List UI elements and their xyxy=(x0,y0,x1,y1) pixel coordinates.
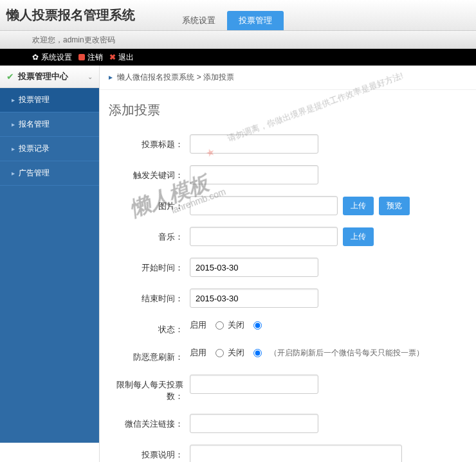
status-enable-label: 启用 xyxy=(190,319,206,331)
toolbar-logout[interactable]: 注销 xyxy=(78,52,103,63)
content-area: ▸ 懒人微信报名投票系统 > 添加投票 添加投票 投票标题： 触发关键词： 图片… xyxy=(100,66,476,462)
wechat-link-label: 微信关注链接： xyxy=(113,414,190,430)
toolbar-settings[interactable]: ✿ 系统设置 xyxy=(32,52,72,63)
description-textarea[interactable] xyxy=(190,445,402,462)
breadcrumb-separator: > xyxy=(194,73,203,82)
sidebar-item-vote-records[interactable]: ▸ 投票记录 xyxy=(0,137,99,161)
toolbar-exit-label: 退出 xyxy=(118,52,134,63)
sidebar-item-label: 投票管理 xyxy=(19,94,50,105)
image-label: 图片： xyxy=(113,196,190,212)
status-disable-label: 关闭 xyxy=(228,319,244,331)
status-enable-radio[interactable] xyxy=(215,321,224,330)
anti-brush-hint: （开启防刷新后一个微信号每天只能投一票） xyxy=(270,348,424,359)
music-label: 音乐： xyxy=(113,227,190,243)
arrow-icon: ▸ xyxy=(12,170,15,177)
tab-vote-management[interactable]: 投票管理 xyxy=(227,11,284,30)
image-input[interactable] xyxy=(190,196,338,215)
sidebar-item-label: 广告管理 xyxy=(19,168,50,179)
sidebar-item-label: 报名管理 xyxy=(19,119,50,130)
welcome-bar: 欢迎您，admin更改密码 xyxy=(0,31,476,49)
arrow-icon: ▸ xyxy=(12,121,15,128)
anti-brush-enable-label: 启用 xyxy=(190,347,206,359)
tab-system-settings[interactable]: 系统设置 xyxy=(170,11,227,30)
end-time-input[interactable] xyxy=(190,289,318,308)
toolbar-logout-label: 注销 xyxy=(87,52,103,63)
keyword-input[interactable] xyxy=(190,165,318,184)
status-label: 状态： xyxy=(113,319,190,335)
breadcrumb: ▸ 懒人微信报名投票系统 > 添加投票 xyxy=(100,66,476,90)
logout-icon xyxy=(78,54,85,60)
breadcrumb-arrow-icon: ▸ xyxy=(109,73,113,82)
sidebar-title: 投票管理中心 xyxy=(18,71,68,82)
form: 投票标题： 触发关键词： 图片： 上传 预览 音乐： 上传 xyxy=(100,128,476,462)
sidebar-header[interactable]: ✔ 投票管理中心 ⌄ xyxy=(0,66,99,88)
keyword-label: 触发关键词： xyxy=(113,165,190,181)
title-input[interactable] xyxy=(190,134,318,154)
change-password-link[interactable]: 更改密码 xyxy=(84,35,115,44)
system-title: 懒人投票报名管理系统 xyxy=(0,6,145,30)
description-label: 投票说明： xyxy=(113,445,190,461)
arrow-icon: ▸ xyxy=(12,145,15,152)
chevron-down-icon: ⌄ xyxy=(87,73,93,80)
sidebar-item-vote-management[interactable]: ▸ 投票管理 xyxy=(0,88,99,112)
sidebar-filler xyxy=(0,186,99,443)
breadcrumb-part2: 添加投票 xyxy=(203,73,234,82)
breadcrumb-part1: 懒人微信报名投票系统 xyxy=(117,73,194,82)
toolbar-settings-label: 系统设置 xyxy=(41,52,72,63)
image-upload-button[interactable]: 上传 xyxy=(343,197,374,215)
music-input[interactable] xyxy=(190,227,338,246)
sidebar-menu: ▸ 投票管理 ▸ 报名管理 ▸ 投票记录 ▸ 广告管理 xyxy=(0,88,99,186)
sidebar: ✔ 投票管理中心 ⌄ ▸ 投票管理 ▸ 报名管理 ▸ 投票记录 ▸ 广告管理 xyxy=(0,66,100,462)
start-time-input[interactable] xyxy=(190,258,318,277)
gear-icon: ✿ xyxy=(32,53,39,62)
anti-brush-label: 防恶意刷新： xyxy=(113,347,190,363)
anti-brush-disable-label: 关闭 xyxy=(228,347,244,359)
music-upload-button[interactable]: 上传 xyxy=(343,227,374,246)
start-time-label: 开始时间： xyxy=(113,258,190,274)
image-preview-button[interactable]: 预览 xyxy=(379,197,410,215)
title-label: 投票标题： xyxy=(113,134,190,150)
limit-input[interactable] xyxy=(190,375,318,394)
sidebar-item-label: 投票记录 xyxy=(19,143,50,154)
sidebar-item-ad-management[interactable]: ▸ 广告管理 xyxy=(0,161,99,186)
exit-icon: ✖ xyxy=(109,53,116,62)
welcome-greeting: 欢迎您， xyxy=(32,35,63,44)
anti-brush-disable-radio[interactable] xyxy=(253,349,262,357)
check-icon: ✔ xyxy=(6,71,14,82)
toolbar-exit[interactable]: ✖ 退出 xyxy=(109,52,134,63)
sidebar-item-signup-management[interactable]: ▸ 报名管理 xyxy=(0,112,99,137)
top-tabs: 系统设置 投票管理 xyxy=(170,0,284,30)
wechat-link-input[interactable] xyxy=(190,414,318,433)
page-title: 添加投票 xyxy=(100,90,476,128)
status-disable-radio[interactable] xyxy=(253,321,262,330)
welcome-username[interactable]: admin xyxy=(63,35,84,44)
end-time-label: 结束时间： xyxy=(113,289,190,305)
arrow-icon: ▸ xyxy=(12,96,15,103)
toolbar: ✿ 系统设置 注销 ✖ 退出 xyxy=(0,49,476,66)
limit-label: 限制每人每天投票数： xyxy=(113,375,190,402)
anti-brush-enable-radio[interactable] xyxy=(215,349,224,357)
